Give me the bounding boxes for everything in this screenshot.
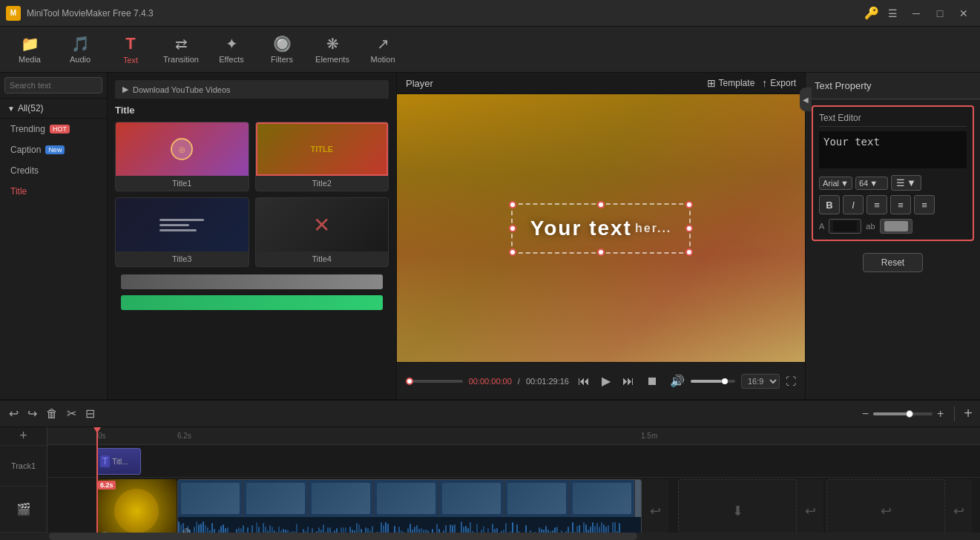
toolbar-filters[interactable]: 🔘 Filters [258, 30, 306, 70]
font-size-select[interactable]: 64 ▼ [855, 177, 888, 190]
hamburger-btn[interactable]: ☰ [882, 4, 903, 22]
reset-btn[interactable]: Reset [863, 253, 923, 272]
empty-slot-2[interactable]: ↩ [826, 479, 945, 533]
zoom-bar[interactable] [873, 412, 933, 415]
template-card-title1[interactable]: ◎ Title1 [115, 122, 249, 191]
bg-color-swatch[interactable] [880, 219, 912, 234]
toolbar-transition[interactable]: ⇄ Transition [157, 30, 205, 70]
download-bar[interactable]: ▶ Download YouTube Videos [115, 80, 389, 99]
video-text-sub: her... [635, 222, 671, 235]
main-toolbar: 📁 Media 🎵 Audio T Text ⇄ Transition ✦ Ef… [0, 27, 980, 73]
stop-btn[interactable]: ⏹ [643, 373, 661, 389]
handle-rm[interactable] [685, 225, 693, 232]
cut-btn[interactable]: ✂ [65, 405, 78, 422]
volume-handle[interactable] [722, 378, 728, 384]
delete-btn[interactable]: 🗑 [45, 406, 59, 422]
sidebar-item-title[interactable]: Title [0, 181, 107, 202]
bold-btn[interactable]: B [819, 195, 840, 214]
volume-bar[interactable] [691, 380, 735, 383]
handle-tm[interactable] [597, 201, 605, 208]
trending-badge: HOT [50, 125, 70, 134]
track-action-btn-1[interactable]: ↩ [642, 479, 668, 533]
track-label-add[interactable]: + [0, 427, 47, 446]
text-editor-input[interactable]: Your text [819, 131, 967, 168]
close-btn[interactable]: ✕ [953, 4, 974, 22]
timeline-scrollbar[interactable] [0, 533, 980, 540]
undo-btn[interactable]: ↩ [7, 405, 20, 422]
play-btn[interactable]: ▶ [599, 372, 614, 389]
search-input[interactable] [4, 77, 102, 93]
handle-tr[interactable] [685, 201, 693, 208]
player-header: Player ⊞ Template ↑ Export [397, 73, 805, 94]
effects-icon: ✦ [226, 35, 238, 53]
maximize-btn[interactable]: □ [930, 4, 950, 22]
align-left-btn[interactable]: ≡ [866, 195, 887, 214]
toolbar-motion[interactable]: ↗ Motion [359, 30, 407, 70]
template-card-title3[interactable]: Title3 [115, 197, 249, 267]
volume-icon[interactable]: 🔊 [667, 372, 688, 389]
list-chevron-icon: ▼ [907, 177, 916, 188]
template-btn[interactable]: ⊞ Template [707, 77, 755, 89]
sidebar-item-caption[interactable]: Caption New [0, 139, 107, 160]
track-thumb-image: 6.2s 🔊 [96, 479, 177, 533]
title-clip[interactable]: T Titl... [96, 448, 141, 475]
crop-btn[interactable]: ⊟ [84, 405, 96, 422]
thumb-mini-6 [504, 480, 570, 517]
align-center-btn[interactable]: ≡ [890, 195, 911, 214]
empty-slot-1[interactable]: ⬇ [678, 479, 797, 533]
fullscreen-btn[interactable]: ⛶ [786, 375, 796, 387]
aspect-ratio-select[interactable]: 16:9 9:16 1:1 4:3 [741, 374, 780, 389]
handle-lm[interactable] [509, 225, 516, 232]
all-count-label: All(52) [18, 103, 44, 113]
all-label[interactable]: ▼ All(52) [0, 99, 107, 119]
sidebar-item-trending[interactable]: Trending HOT [0, 119, 107, 139]
add-track-btn[interactable]: + [964, 405, 973, 422]
download-bar-text: Download YouTube Videos [133, 85, 231, 94]
minimize-btn[interactable]: ─ [906, 4, 927, 22]
expand-handle[interactable]: ◀ [800, 88, 812, 111]
align-right-btn[interactable]: ≡ [914, 195, 935, 214]
redo-btn[interactable]: ↪ [26, 405, 39, 422]
font-color-swatch[interactable] [829, 219, 861, 234]
text-overlay: Your text her... [530, 217, 672, 240]
toolbar-media[interactable]: 📁 Media [6, 30, 53, 70]
play-prev-btn[interactable]: ⏮ [575, 373, 593, 389]
play-next-btn[interactable]: ⏭ [619, 373, 637, 389]
toolbar-elements[interactable]: ❋ Elements [309, 30, 356, 70]
volume-control: 🔊 [667, 372, 735, 389]
slot-2-arrow-icon[interactable]: ↩ [881, 503, 892, 519]
text-selection-box[interactable]: Your text her... [511, 203, 691, 254]
zoom-handle[interactable] [906, 410, 913, 418]
slot-1-down-icon[interactable]: ⬇ [732, 503, 743, 519]
toolbar-audio[interactable]: 🎵 Audio [56, 30, 104, 70]
toolbar-effects[interactable]: ✦ Effects [208, 30, 255, 70]
template-card-title4[interactable]: ✕ Title4 [255, 197, 389, 267]
video-clip[interactable]: 🔊 [177, 479, 642, 533]
handle-bm[interactable] [597, 248, 605, 256]
progress-handle[interactable] [406, 378, 413, 385]
ruler-tick-6s: 6.2s [177, 432, 191, 440]
italic-btn[interactable]: I [843, 195, 864, 214]
playhead[interactable] [96, 427, 98, 533]
player-controls: 00:00:00:00 / 00:01:29:16 ⏮ ▶ ⏭ ⏹ 🔊 16:9… [397, 362, 805, 399]
toolbar-text[interactable]: T Text [107, 30, 154, 70]
export-btn[interactable]: ↑ Export [762, 77, 796, 89]
sidebar-item-credits[interactable]: Credits [0, 160, 107, 181]
track-action-btn-2[interactable]: ↩ [797, 479, 823, 533]
handle-tl[interactable] [509, 201, 516, 208]
track-action-btn-3[interactable]: ↩ [945, 479, 972, 533]
trending-label: Trending [10, 124, 45, 134]
timeline-toolbar: ↩ ↪ 🗑 ✂ ⊟ − + + [0, 401, 980, 427]
progress-bar[interactable] [406, 380, 463, 383]
elements-icon: ❋ [326, 35, 339, 53]
template-card-title2[interactable]: TITLE Title2 [255, 122, 389, 191]
template-label-title3: Title3 [116, 251, 249, 266]
list-style-btn[interactable]: ☰ ▼ [891, 175, 921, 191]
handle-bl[interactable] [509, 248, 516, 256]
key-icon[interactable]: 🔑 [864, 6, 879, 20]
zoom-out-btn[interactable]: − [861, 406, 870, 422]
handle-br[interactable] [685, 248, 693, 256]
zoom-in-btn[interactable]: + [935, 406, 945, 422]
credits-label: Credits [10, 165, 39, 176]
font-family-select[interactable]: Arial ▼ [819, 177, 852, 190]
